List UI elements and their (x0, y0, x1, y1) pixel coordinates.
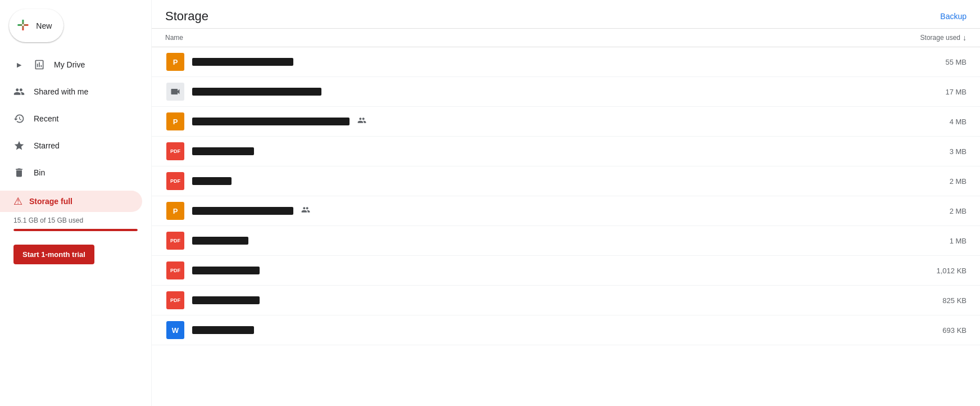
storage-info: 15.1 GB of 15 GB used (0, 212, 151, 238)
new-button[interactable]: ✛ New (9, 9, 63, 42)
file-name-redacted (192, 207, 293, 215)
storage-full-item[interactable]: ⚠ Storage full (0, 191, 142, 212)
file-icon-wrap: PDF (165, 141, 185, 161)
file-list: P 55 MB 17 MB P 4 MB PDF 3 MB (152, 47, 980, 345)
file-name-redacted (192, 147, 254, 155)
col-storage-header: Storage used ↓ (865, 33, 967, 42)
file-icon-wrap: PDF (165, 290, 185, 310)
file-icon-wrap: P (165, 201, 185, 221)
file-name-cell (192, 58, 865, 66)
my-drive-expand-icon: ▶ (13, 59, 25, 70)
page-title: Storage (165, 9, 208, 24)
file-size: 1 MB (865, 237, 967, 245)
file-table: Name Storage used ↓ P 55 MB 17 MB P (152, 29, 980, 406)
file-name-redacted (192, 177, 232, 185)
table-row[interactable]: PDF 3 MB (152, 137, 980, 166)
pdf-icon: PDF (166, 261, 184, 279)
file-name-redacted (192, 118, 350, 125)
file-size: 55 MB (865, 58, 967, 66)
file-name-redacted (192, 58, 293, 66)
file-name-redacted (192, 296, 260, 304)
sidebar-item-shared-label: Shared with me (34, 87, 88, 96)
slides-icon: P (166, 112, 184, 130)
storage-warning-icon: ⚠ (13, 195, 22, 207)
file-size: 2 MB (865, 177, 967, 186)
table-row[interactable]: P 2 MB (152, 196, 980, 226)
file-name-cell (192, 326, 865, 334)
sidebar-item-recent[interactable]: Recent (0, 105, 142, 132)
file-name-cell (192, 205, 865, 216)
shared-indicator-icon (301, 205, 310, 216)
bin-icon (13, 167, 25, 178)
new-button-wrap: ✛ New (0, 4, 151, 51)
file-name-redacted (192, 326, 254, 334)
shared-indicator-icon (357, 116, 366, 127)
video-icon (166, 83, 184, 101)
main-header: Storage Backup (152, 0, 980, 29)
new-button-label: New (36, 21, 52, 30)
pdf-icon: PDF (166, 172, 184, 190)
file-size: 2 MB (865, 207, 967, 215)
file-icon-wrap: PDF (165, 231, 185, 251)
file-name-cell (192, 267, 865, 274)
pdf-icon: PDF (166, 291, 184, 309)
file-name-cell (192, 296, 865, 304)
sidebar-item-starred[interactable]: Starred (0, 132, 142, 159)
sidebar-item-my-drive[interactable]: ▶ My Drive (0, 51, 142, 78)
table-row[interactable]: P 55 MB (152, 47, 980, 77)
col-name-header: Name (165, 34, 865, 42)
storage-info-text: 15.1 GB of 15 GB used (13, 216, 83, 224)
sidebar-item-shared[interactable]: Shared with me (0, 78, 142, 105)
file-name-redacted (192, 267, 260, 274)
file-name-cell (192, 237, 865, 245)
main-content: Storage Backup Name Storage used ↓ P 55 … (152, 0, 980, 406)
file-icon-wrap: P (165, 111, 185, 132)
file-name-cell (192, 177, 865, 185)
table-row[interactable]: PDF 2 MB (152, 166, 980, 196)
slides-icon: P (166, 202, 184, 220)
table-row[interactable]: P 4 MB (152, 107, 980, 137)
storage-bar (13, 229, 138, 231)
file-name-redacted (192, 237, 248, 245)
sidebar-item-my-drive-label: My Drive (54, 60, 85, 69)
sidebar: ✛ New ▶ My Drive Shared with me Recent S… (0, 0, 152, 406)
table-row[interactable]: PDF 825 KB (152, 286, 980, 315)
slides-icon: P (166, 53, 184, 71)
word-icon: W (166, 321, 184, 339)
file-icon-wrap: P (165, 52, 185, 72)
shared-icon (13, 86, 25, 97)
my-drive-icon (34, 59, 45, 70)
file-icon-wrap: PDF (165, 171, 185, 191)
google-plus-icon: ✛ (17, 17, 29, 34)
sidebar-item-bin[interactable]: Bin (0, 159, 142, 186)
file-size: 693 KB (865, 326, 967, 335)
starred-icon (13, 140, 25, 151)
file-size: 17 MB (865, 88, 967, 96)
storage-bar-fill (13, 229, 138, 231)
file-size: 3 MB (865, 147, 967, 156)
file-name-redacted (192, 88, 321, 96)
pdf-icon: PDF (166, 232, 184, 250)
table-header: Name Storage used ↓ (152, 29, 980, 47)
file-size: 1,012 KB (865, 267, 967, 275)
sidebar-item-recent-label: Recent (34, 114, 58, 123)
file-name-cell (192, 116, 865, 127)
table-row[interactable]: PDF 1 MB (152, 226, 980, 256)
recent-icon (13, 113, 25, 124)
sidebar-item-starred-label: Starred (34, 141, 60, 150)
file-name-cell (192, 147, 865, 155)
table-row[interactable]: W 693 KB (152, 315, 980, 345)
file-name-cell (192, 88, 865, 96)
file-size: 4 MB (865, 118, 967, 126)
sort-arrow-icon: ↓ (963, 33, 967, 42)
file-icon-wrap: W (165, 320, 185, 340)
pdf-icon: PDF (166, 142, 184, 160)
file-icon-wrap: PDF (165, 260, 185, 281)
file-size: 825 KB (865, 296, 967, 305)
backup-link[interactable]: Backup (940, 12, 967, 21)
table-row[interactable]: PDF 1,012 KB (152, 256, 980, 286)
sidebar-item-bin-label: Bin (34, 168, 45, 177)
storage-full-label: Storage full (29, 197, 72, 206)
table-row[interactable]: 17 MB (152, 77, 980, 107)
trial-button[interactable]: Start 1-month trial (13, 245, 94, 264)
